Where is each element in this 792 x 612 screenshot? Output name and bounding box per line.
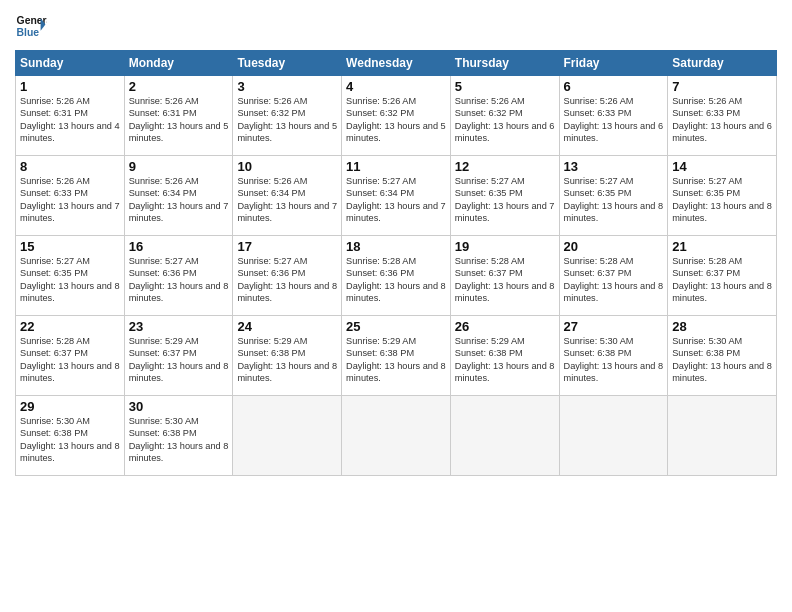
day-info: Sunrise: 5:30 AMSunset: 6:38 PMDaylight:… [672,335,772,385]
day-info: Sunrise: 5:29 AMSunset: 6:38 PMDaylight:… [237,335,337,385]
day-info: Sunrise: 5:28 AMSunset: 6:37 PMDaylight:… [564,255,664,305]
day-info: Sunrise: 5:26 AMSunset: 6:32 PMDaylight:… [455,95,555,145]
calendar-day-cell: 16 Sunrise: 5:27 AMSunset: 6:36 PMDaylig… [124,236,233,316]
day-number: 6 [564,79,664,94]
day-number: 2 [129,79,229,94]
day-info: Sunrise: 5:28 AMSunset: 6:37 PMDaylight:… [672,255,772,305]
day-number: 1 [20,79,120,94]
day-number: 29 [20,399,120,414]
day-number: 22 [20,319,120,334]
day-number: 9 [129,159,229,174]
calendar-day-cell: 13 Sunrise: 5:27 AMSunset: 6:35 PMDaylig… [559,156,668,236]
calendar-empty-cell [668,396,777,476]
calendar-day-cell: 26 Sunrise: 5:29 AMSunset: 6:38 PMDaylig… [450,316,559,396]
calendar-day-cell: 9 Sunrise: 5:26 AMSunset: 6:34 PMDayligh… [124,156,233,236]
calendar-day-cell: 19 Sunrise: 5:28 AMSunset: 6:37 PMDaylig… [450,236,559,316]
day-number: 19 [455,239,555,254]
logo-icon: General Blue [15,10,47,42]
calendar-week-row: 29 Sunrise: 5:30 AMSunset: 6:38 PMDaylig… [16,396,777,476]
day-info: Sunrise: 5:27 AMSunset: 6:35 PMDaylight:… [564,175,664,225]
calendar-day-cell: 7 Sunrise: 5:26 AMSunset: 6:33 PMDayligh… [668,76,777,156]
calendar-day-cell: 24 Sunrise: 5:29 AMSunset: 6:38 PMDaylig… [233,316,342,396]
calendar-day-cell: 21 Sunrise: 5:28 AMSunset: 6:37 PMDaylig… [668,236,777,316]
day-number: 26 [455,319,555,334]
day-number: 27 [564,319,664,334]
day-info: Sunrise: 5:28 AMSunset: 6:37 PMDaylight:… [20,335,120,385]
weekday-header-sunday: Sunday [16,51,125,76]
day-number: 7 [672,79,772,94]
day-info: Sunrise: 5:30 AMSunset: 6:38 PMDaylight:… [564,335,664,385]
day-number: 4 [346,79,446,94]
day-info: Sunrise: 5:27 AMSunset: 6:35 PMDaylight:… [455,175,555,225]
day-number: 13 [564,159,664,174]
day-number: 16 [129,239,229,254]
calendar-table: SundayMondayTuesdayWednesdayThursdayFrid… [15,50,777,476]
calendar-day-cell: 20 Sunrise: 5:28 AMSunset: 6:37 PMDaylig… [559,236,668,316]
calendar-day-cell: 12 Sunrise: 5:27 AMSunset: 6:35 PMDaylig… [450,156,559,236]
header: General Blue [15,10,777,42]
calendar-empty-cell [342,396,451,476]
day-number: 17 [237,239,337,254]
day-info: Sunrise: 5:27 AMSunset: 6:36 PMDaylight:… [237,255,337,305]
calendar-day-cell: 29 Sunrise: 5:30 AMSunset: 6:38 PMDaylig… [16,396,125,476]
day-number: 12 [455,159,555,174]
day-info: Sunrise: 5:28 AMSunset: 6:37 PMDaylight:… [455,255,555,305]
weekday-header-saturday: Saturday [668,51,777,76]
day-number: 10 [237,159,337,174]
day-info: Sunrise: 5:27 AMSunset: 6:35 PMDaylight:… [672,175,772,225]
logo: General Blue [15,10,47,42]
day-info: Sunrise: 5:29 AMSunset: 6:38 PMDaylight:… [346,335,446,385]
weekday-header-thursday: Thursday [450,51,559,76]
day-info: Sunrise: 5:27 AMSunset: 6:35 PMDaylight:… [20,255,120,305]
calendar-day-cell: 4 Sunrise: 5:26 AMSunset: 6:32 PMDayligh… [342,76,451,156]
calendar-empty-cell [233,396,342,476]
calendar-day-cell: 1 Sunrise: 5:26 AMSunset: 6:31 PMDayligh… [16,76,125,156]
day-number: 15 [20,239,120,254]
calendar-day-cell: 10 Sunrise: 5:26 AMSunset: 6:34 PMDaylig… [233,156,342,236]
calendar-day-cell: 22 Sunrise: 5:28 AMSunset: 6:37 PMDaylig… [16,316,125,396]
day-number: 25 [346,319,446,334]
calendar-week-row: 1 Sunrise: 5:26 AMSunset: 6:31 PMDayligh… [16,76,777,156]
day-info: Sunrise: 5:30 AMSunset: 6:38 PMDaylight:… [20,415,120,465]
weekday-header-row: SundayMondayTuesdayWednesdayThursdayFrid… [16,51,777,76]
weekday-header-monday: Monday [124,51,233,76]
calendar-day-cell: 14 Sunrise: 5:27 AMSunset: 6:35 PMDaylig… [668,156,777,236]
day-number: 18 [346,239,446,254]
calendar-week-row: 8 Sunrise: 5:26 AMSunset: 6:33 PMDayligh… [16,156,777,236]
day-info: Sunrise: 5:27 AMSunset: 6:34 PMDaylight:… [346,175,446,225]
day-number: 24 [237,319,337,334]
svg-text:Blue: Blue [17,27,40,38]
day-number: 8 [20,159,120,174]
day-info: Sunrise: 5:26 AMSunset: 6:33 PMDaylight:… [564,95,664,145]
day-info: Sunrise: 5:26 AMSunset: 6:34 PMDaylight:… [237,175,337,225]
weekday-header-wednesday: Wednesday [342,51,451,76]
calendar-empty-cell [450,396,559,476]
day-info: Sunrise: 5:26 AMSunset: 6:33 PMDaylight:… [672,95,772,145]
calendar-day-cell: 3 Sunrise: 5:26 AMSunset: 6:32 PMDayligh… [233,76,342,156]
day-number: 30 [129,399,229,414]
day-info: Sunrise: 5:26 AMSunset: 6:32 PMDaylight:… [237,95,337,145]
calendar-day-cell: 23 Sunrise: 5:29 AMSunset: 6:37 PMDaylig… [124,316,233,396]
day-number: 21 [672,239,772,254]
day-info: Sunrise: 5:29 AMSunset: 6:38 PMDaylight:… [455,335,555,385]
calendar-week-row: 22 Sunrise: 5:28 AMSunset: 6:37 PMDaylig… [16,316,777,396]
day-info: Sunrise: 5:27 AMSunset: 6:36 PMDaylight:… [129,255,229,305]
day-number: 11 [346,159,446,174]
day-number: 14 [672,159,772,174]
day-number: 23 [129,319,229,334]
day-info: Sunrise: 5:26 AMSunset: 6:33 PMDaylight:… [20,175,120,225]
weekday-header-friday: Friday [559,51,668,76]
calendar-day-cell: 30 Sunrise: 5:30 AMSunset: 6:38 PMDaylig… [124,396,233,476]
calendar-day-cell: 8 Sunrise: 5:26 AMSunset: 6:33 PMDayligh… [16,156,125,236]
day-number: 3 [237,79,337,94]
calendar-day-cell: 11 Sunrise: 5:27 AMSunset: 6:34 PMDaylig… [342,156,451,236]
calendar-day-cell: 2 Sunrise: 5:26 AMSunset: 6:31 PMDayligh… [124,76,233,156]
calendar-day-cell: 25 Sunrise: 5:29 AMSunset: 6:38 PMDaylig… [342,316,451,396]
day-info: Sunrise: 5:26 AMSunset: 6:34 PMDaylight:… [129,175,229,225]
calendar-day-cell: 6 Sunrise: 5:26 AMSunset: 6:33 PMDayligh… [559,76,668,156]
calendar-day-cell: 15 Sunrise: 5:27 AMSunset: 6:35 PMDaylig… [16,236,125,316]
day-info: Sunrise: 5:30 AMSunset: 6:38 PMDaylight:… [129,415,229,465]
calendar-day-cell: 17 Sunrise: 5:27 AMSunset: 6:36 PMDaylig… [233,236,342,316]
day-number: 28 [672,319,772,334]
day-number: 5 [455,79,555,94]
